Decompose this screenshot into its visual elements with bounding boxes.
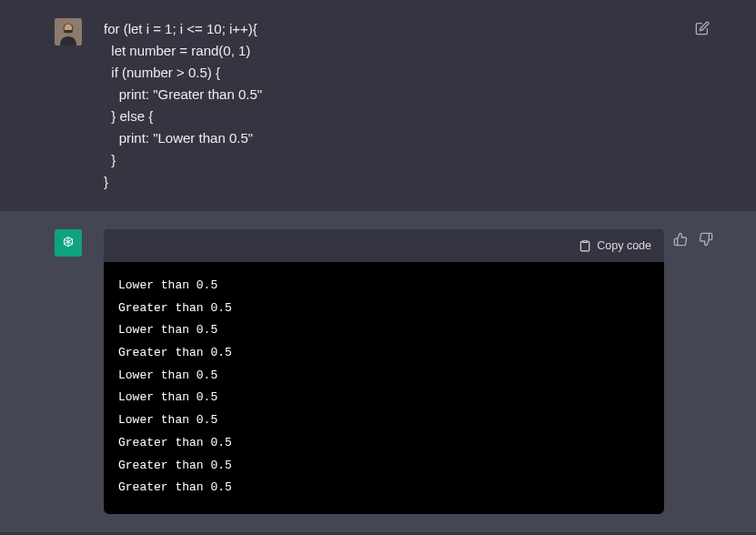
copy-code-label: Copy code [597, 239, 651, 252]
openai-logo-icon [60, 235, 76, 251]
user-message-row: for (let i = 1; i <= 10; i++){ let numbe… [0, 0, 756, 211]
user-avatar-image [55, 18, 82, 45]
assistant-feedback-actions [672, 231, 714, 247]
user-code-text: for (let i = 1; i <= 10; i++){ let numbe… [104, 18, 720, 193]
copy-code-button[interactable]: Copy code [579, 239, 651, 252]
thumbs-up-icon [673, 232, 688, 247]
user-message-actions [694, 20, 711, 36]
svg-rect-4 [583, 241, 588, 243]
edit-button[interactable] [694, 20, 711, 36]
user-avatar [55, 18, 82, 45]
svg-rect-3 [64, 30, 73, 33]
user-message-body: for (let i = 1; i <= 10; i++){ let numbe… [104, 18, 720, 193]
thumbs-down-icon [699, 232, 713, 247]
thumbs-up-button[interactable] [672, 231, 689, 247]
code-block-header: Copy code [104, 229, 664, 262]
assistant-message-body: Copy code Lower than 0.5 Greater than 0.… [104, 229, 720, 514]
code-block: Copy code Lower than 0.5 Greater than 0.… [104, 229, 664, 514]
edit-icon [695, 21, 710, 35]
clipboard-icon [579, 239, 591, 252]
assistant-avatar [55, 229, 82, 257]
code-output-text: Lower than 0.5 Greater than 0.5 Lower th… [104, 262, 664, 514]
assistant-message-row: Copy code Lower than 0.5 Greater than 0.… [0, 211, 756, 532]
thumbs-down-button[interactable] [698, 231, 714, 247]
